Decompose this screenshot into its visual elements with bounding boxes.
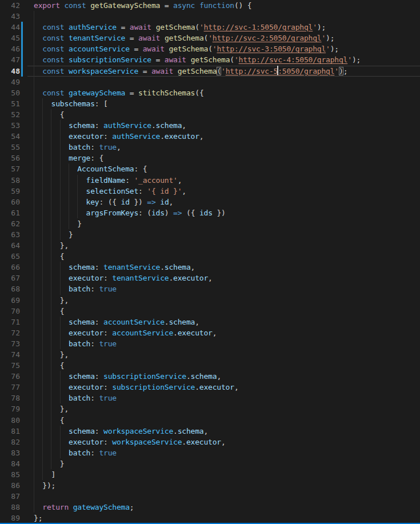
code-line[interactable]: 67 executor: tenantService.executor, <box>0 273 420 283</box>
code-line[interactable]: 58 fieldName: '_account', <box>0 175 420 186</box>
line-number[interactable]: 74 <box>0 349 20 360</box>
code-text[interactable]: const subscriptionService = await getSch… <box>20 54 420 65</box>
code-line[interactable]: 57 AccountSchema: { <box>0 163 420 174</box>
code-line[interactable]: 78 batch: true <box>0 393 420 403</box>
line-number[interactable]: 58 <box>0 175 20 186</box>
code-text[interactable]: schema: tenantService.schema, <box>20 262 420 273</box>
code-text[interactable]: }, <box>20 240 420 251</box>
line-number[interactable]: 86 <box>0 480 20 491</box>
code-text[interactable]: key: ({ id }) => id, <box>20 197 420 207</box>
code-text[interactable]: AccountSchema: { <box>20 163 420 174</box>
code-text[interactable]: const accountService = await getSchema('… <box>20 43 420 54</box>
code-line[interactable]: 65 { <box>0 251 420 262</box>
code-line[interactable]: 43 <box>0 11 420 22</box>
line-number[interactable]: 81 <box>0 426 20 437</box>
line-number[interactable]: 88 <box>0 502 20 513</box>
code-line[interactable]: 51 subschemas: [ <box>0 98 420 109</box>
code-line[interactable]: 71 schema: accountService.schema, <box>0 317 420 327</box>
line-number[interactable]: 76 <box>0 371 20 382</box>
code-text[interactable]: const tenantService = await getSchema('h… <box>20 33 420 43</box>
code-text[interactable]: } <box>20 458 420 469</box>
code-line[interactable]: 82 executor: workspaceService.executor, <box>0 437 420 447</box>
code-line[interactable]: 49 <box>0 77 420 87</box>
code-line[interactable]: 54 executor: authService.executor, <box>0 131 420 142</box>
code-line[interactable]: 86 }); <box>0 480 420 491</box>
code-line[interactable]: 55 batch: true, <box>0 142 420 153</box>
line-number[interactable]: 75 <box>0 360 20 371</box>
line-number[interactable]: 78 <box>0 393 20 403</box>
code-line[interactable]: 68 batch: true <box>0 283 420 294</box>
code-text[interactable]: }; <box>20 513 420 523</box>
line-number[interactable]: 69 <box>0 295 20 306</box>
code-line[interactable]: 79 }, <box>0 403 420 414</box>
code-line[interactable]: 73 batch: true <box>0 338 420 349</box>
code-line[interactable]: 52 { <box>0 109 420 120</box>
code-text[interactable]: schema: workspaceService.schema, <box>20 426 420 437</box>
code-text[interactable]: }); <box>20 480 420 491</box>
line-number[interactable]: 65 <box>0 251 20 262</box>
code-line[interactable]: 87 <box>0 491 420 502</box>
code-text[interactable]: batch: true <box>20 393 420 403</box>
code-text[interactable]: } <box>20 229 420 240</box>
code-text[interactable]: schema: accountService.schema, <box>20 317 420 327</box>
code-text[interactable]: executor: tenantService.executor, <box>20 273 420 283</box>
code-line[interactable]: 88 return gatewaySchema; <box>0 502 420 513</box>
code-text[interactable]: }, <box>20 295 420 306</box>
line-number[interactable]: 79 <box>0 403 20 414</box>
code-text[interactable]: fieldName: '_account', <box>20 175 420 186</box>
line-number[interactable]: 44 <box>0 22 20 33</box>
line-number[interactable]: 60 <box>0 197 20 207</box>
line-number[interactable]: 62 <box>0 218 20 229</box>
line-number[interactable]: 56 <box>0 153 20 163</box>
code-text[interactable]: { <box>20 251 420 262</box>
line-number[interactable]: 59 <box>0 186 20 197</box>
code-line[interactable]: 62 } <box>0 218 420 229</box>
line-number[interactable]: 48 <box>0 66 20 77</box>
line-number[interactable]: 61 <box>0 207 20 218</box>
line-number[interactable]: 51 <box>0 98 20 109</box>
code-text[interactable]: selectionSet: '{ id }', <box>20 186 420 197</box>
code-line[interactable]: 56 merge: { <box>0 153 420 163</box>
code-line[interactable]: 45 const tenantService = await getSchema… <box>0 33 420 43</box>
code-text[interactable]: { <box>20 360 420 371</box>
code-line[interactable]: 59 selectionSet: '{ id }', <box>0 186 420 197</box>
line-number[interactable]: 46 <box>0 43 20 54</box>
line-number[interactable]: 47 <box>0 54 20 65</box>
code-line[interactable]: 60 key: ({ id }) => id, <box>0 197 420 207</box>
code-text[interactable]: schema: subscriptionService.schema, <box>20 371 420 382</box>
line-number[interactable]: 67 <box>0 273 20 283</box>
code-text[interactable]: executor: accountService.executor, <box>20 327 420 338</box>
line-number[interactable]: 53 <box>0 120 20 131</box>
line-number[interactable]: 55 <box>0 142 20 153</box>
code-text[interactable]: } <box>20 218 420 229</box>
line-number[interactable]: 82 <box>0 437 20 447</box>
code-line[interactable]: 42export const getGatewaySchema = async … <box>0 0 420 11</box>
code-text[interactable]: { <box>20 415 420 426</box>
line-number[interactable]: 70 <box>0 306 20 317</box>
line-number[interactable]: 77 <box>0 382 20 393</box>
code-line[interactable]: 80 { <box>0 415 420 426</box>
line-number[interactable]: 49 <box>0 77 20 87</box>
line-number[interactable]: 54 <box>0 131 20 142</box>
line-number[interactable]: 83 <box>0 447 20 458</box>
line-number[interactable]: 42 <box>0 0 20 11</box>
code-line[interactable]: 50 const gatewaySchema = stitchSchemas({ <box>0 87 420 98</box>
code-line[interactable]: 72 executor: accountService.executor, <box>0 327 420 338</box>
code-text[interactable]: }, <box>20 349 420 360</box>
line-number[interactable]: 66 <box>0 262 20 273</box>
code-line[interactable]: 76 schema: subscriptionService.schema, <box>0 371 420 382</box>
code-text[interactable]: export const getGatewaySchema = async fu… <box>20 0 420 11</box>
line-number[interactable]: 85 <box>0 469 20 480</box>
code-line[interactable]: 64 }, <box>0 240 420 251</box>
code-text[interactable]: batch: true, <box>20 142 420 153</box>
line-number[interactable]: 57 <box>0 163 20 174</box>
code-line[interactable]: 85 ] <box>0 469 420 480</box>
code-line[interactable]: 89}; <box>0 513 420 523</box>
line-number[interactable]: 43 <box>0 11 20 22</box>
line-number[interactable]: 87 <box>0 491 20 502</box>
line-number[interactable]: 45 <box>0 33 20 43</box>
code-text[interactable]: { <box>20 109 420 120</box>
code-text[interactable]: executor: subscriptionService.executor, <box>20 382 420 393</box>
code-text[interactable]: }, <box>20 403 420 414</box>
line-number[interactable]: 80 <box>0 415 20 426</box>
